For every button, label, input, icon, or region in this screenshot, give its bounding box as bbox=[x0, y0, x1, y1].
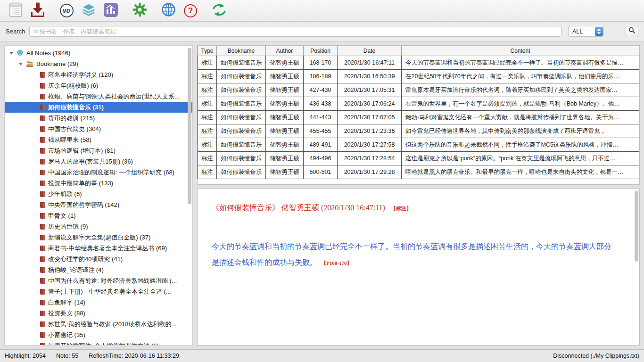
cell-position: 489-491 bbox=[304, 138, 338, 152]
settings-button[interactable] bbox=[132, 2, 148, 19]
column-header-date[interactable]: Date bbox=[338, 46, 402, 56]
sidebar-book-item[interactable]: 小窗幽记 (35) bbox=[5, 329, 192, 340]
sidebar-book-item[interactable]: 钱从哪里来 (58) bbox=[5, 134, 192, 145]
sidebar-book-item[interactable]: 白鱼解字 (14) bbox=[5, 297, 192, 308]
column-header-position[interactable]: Position bbox=[304, 46, 338, 56]
book-label: 货币的教训 (215) bbox=[48, 114, 95, 123]
sidebar-book-item[interactable]: 商君书-中华经典名著全本全注全译丛书 (69) bbox=[5, 243, 192, 254]
sidebar-book-item[interactable]: 少年凯歌 (6) bbox=[5, 189, 192, 199]
sidebar-book-item[interactable]: 货币的教训 (215) bbox=[5, 113, 192, 123]
markdown-icon: MD bbox=[60, 4, 74, 17]
cell-type: 标注 bbox=[198, 83, 217, 97]
book-label: 中国为什么有前途: 对外经济关系的战略潜能 (... bbox=[48, 277, 177, 285]
book-label: 小窗幽记 (35) bbox=[48, 331, 85, 339]
book-label: 庆余年(精校版) (6) bbox=[48, 82, 98, 90]
sidebar-book-item[interactable]: 中国国家治理的制度逻辑: 一个组织学研究 (68) bbox=[5, 167, 192, 178]
book-icon bbox=[40, 310, 45, 317]
cell-date: 2020/1/30 16:50:39 bbox=[338, 70, 402, 83]
book-label: 中国古代简史 (304) bbox=[48, 125, 101, 133]
sidebar-book-item[interactable]: 中国为什么有前途: 对外经济关系的战略潜能 (... bbox=[5, 275, 192, 286]
sync-button[interactable] bbox=[211, 2, 227, 19]
markdown-export-button[interactable]: MD bbox=[58, 2, 74, 19]
cell-date: 2020/1/30 17:28:54 bbox=[338, 152, 402, 165]
toolbar: MD bbox=[0, 0, 644, 22]
sidebar-book-item[interactable]: 从零开始学写作: 个人增值的有效方法 (6) bbox=[5, 340, 192, 346]
book-label: 从零开始学写作: 个人增值的有效方法 (6) bbox=[48, 342, 159, 346]
cell-author: 储智勇王硕 bbox=[266, 56, 304, 70]
sidebar-book-item[interactable]: 庆余年(精校版) (6) bbox=[5, 80, 192, 91]
table-row[interactable]: 标注 如何假装懂音乐 储智勇王硕 186-189 2020/1/30 16:50… bbox=[198, 70, 639, 83]
stats-button[interactable] bbox=[103, 2, 119, 19]
table-row[interactable]: 标注 如何假装懂音乐 储智勇王硕 436-438 2020/1/30 17:06… bbox=[198, 97, 639, 111]
book-icon bbox=[40, 93, 45, 100]
search-button[interactable] bbox=[626, 26, 638, 37]
table-row[interactable]: 标注 如何假装懂音乐 储智勇王硕 455-455 2020/1/30 17:23… bbox=[198, 124, 639, 138]
table-row[interactable]: 标注 如何假装懂音乐 储智勇王硕 427-430 2020/1/30 17:05… bbox=[198, 83, 639, 97]
sidebar-item-bookname-group[interactable]: Bookname (29) bbox=[5, 58, 192, 69]
sidebar-scrollbar-thumb[interactable] bbox=[188, 48, 191, 204]
search-input[interactable] bbox=[29, 26, 561, 37]
sidebar-book-item[interactable]: 薛兆丰经济学讲义 (120) bbox=[5, 69, 192, 80]
cell-content: 在20世纪50年代到70年代之间，有过一类乐队，叫节奏蓝调乐队，他们使用的乐… bbox=[402, 70, 639, 83]
book-label: 管子(上下册) --中华经典名著全本全注全译 (... bbox=[48, 288, 171, 296]
disclosure-triangle-icon[interactable] bbox=[9, 52, 13, 55]
cell-date: 2020/1/30 17:06:24 bbox=[338, 97, 402, 111]
sidebar-book-item[interactable]: 管子(上下册) --中华经典名著全本全注全译 (... bbox=[5, 286, 192, 297]
column-header-author[interactable]: Author bbox=[266, 46, 304, 56]
book-icon bbox=[40, 191, 45, 197]
column-header-type[interactable]: Type bbox=[198, 46, 217, 56]
import-button[interactable] bbox=[30, 2, 46, 19]
cell-position: 427-430 bbox=[304, 83, 338, 97]
settings-gear-icon bbox=[132, 2, 147, 19]
books-stack-icon bbox=[26, 60, 33, 67]
sidebar-book-item[interactable]: 新编说文解字大全集(超值白金版) (37) bbox=[5, 232, 192, 243]
sidebar-item-all-notes[interactable]: All Notes (1946) bbox=[5, 48, 192, 58]
table-row[interactable]: 标注 如何假装懂音乐 储智勇王硕 500-501 2020/1/30 17:29… bbox=[198, 165, 639, 179]
cell-position: 500-501 bbox=[304, 165, 338, 179]
sidebar-book-item[interactable]: 中国古代简史 (304) bbox=[5, 123, 192, 134]
table-row[interactable]: 标注 如何假装懂音乐 储智勇王硕 494-496 2020/1/30 17:28… bbox=[198, 152, 639, 165]
book-icon bbox=[40, 82, 45, 89]
note-title-text: 《如何假装懂音乐》 储智勇王硕 (2020/1/30 16:47:11) bbox=[212, 204, 385, 212]
search-magnifier-icon bbox=[628, 27, 636, 36]
web-button[interactable] bbox=[160, 2, 176, 19]
sidebar-book-item[interactable]: 枪炮、病菌与钢铁:人类社会的命运(世纪人文系... bbox=[5, 91, 192, 102]
cell-position: 455-455 bbox=[304, 124, 338, 138]
status-bar: Hightlight: 2054 Note: 55 RefleshTime: 2… bbox=[0, 349, 644, 362]
sidebar-book-item[interactable]: 投资要义 (88) bbox=[5, 308, 192, 319]
note-detail-title: 《如何假装懂音乐》 储智勇王硕 (2020/1/30 16:47:11) 【标注… bbox=[212, 203, 612, 213]
book-icon bbox=[40, 158, 45, 165]
sidebar-book-item[interactable]: 杨伯峻_论语译注 (4) bbox=[5, 264, 192, 275]
sidebar-book-item[interactable]: 历史的巨镜 (9) bbox=[5, 221, 192, 232]
sidebar-book-item[interactable]: 市场的逻辑 (增订本) (81) bbox=[5, 145, 192, 156]
layers-button[interactable] bbox=[81, 2, 97, 19]
sidebar-book-item[interactable]: 如何假装懂音乐 (31) bbox=[5, 102, 192, 113]
book-icon bbox=[40, 180, 45, 187]
table-row[interactable]: 标注 如何假装懂音乐 储智勇王硕 489-491 2020/1/30 17:27… bbox=[198, 138, 639, 152]
table-row[interactable]: 标注 如何假装懂音乐 储智勇王硕 168-170 2020/1/30 16:47… bbox=[198, 56, 639, 70]
filter-dropdown[interactable]: ALL bbox=[568, 26, 604, 37]
notes-button[interactable] bbox=[8, 2, 24, 19]
sidebar-book-item[interactable]: 甲骨文 (1) bbox=[5, 210, 192, 221]
column-header-content[interactable]: Content bbox=[402, 46, 639, 56]
detail-scrollbar-thumb[interactable] bbox=[635, 191, 638, 262]
table-row[interactable]: 标注 如何假装懂音乐 储智勇王硕 441-443 2020/1/30 17:07… bbox=[198, 111, 639, 124]
book-icon bbox=[40, 267, 45, 273]
cell-position: 494-496 bbox=[304, 152, 338, 165]
sidebar-book-item[interactable]: 中央帝国的哲学密码 (142) bbox=[5, 199, 192, 210]
import-download-icon bbox=[31, 2, 45, 19]
disclosure-triangle-icon[interactable] bbox=[19, 63, 23, 66]
book-icon bbox=[40, 288, 45, 295]
column-header-bookname[interactable]: Bookname bbox=[217, 46, 266, 56]
sidebar-book-item[interactable]: 罗马人的故事(套装共15册) (36) bbox=[5, 156, 192, 167]
sidebar: All Notes (1946) Bookname (29) bbox=[4, 45, 193, 346]
book-icon bbox=[40, 115, 45, 122]
sidebar-book-item[interactable]: 苏世民:我的经验与教训 (2018读桥水达利欧的... bbox=[5, 319, 192, 329]
cell-type: 标注 bbox=[198, 56, 217, 70]
sidebar-book-item[interactable]: 改变心理学的40项研究 (41) bbox=[5, 254, 192, 264]
help-button[interactable]: ? bbox=[182, 2, 198, 19]
book-icon bbox=[40, 278, 45, 284]
cell-bookname: 如何假装懂音乐 bbox=[217, 152, 266, 165]
sidebar-book-item[interactable]: 投资中最简单的事 (133) bbox=[5, 178, 192, 189]
cell-author: 储智勇王硕 bbox=[266, 124, 304, 138]
